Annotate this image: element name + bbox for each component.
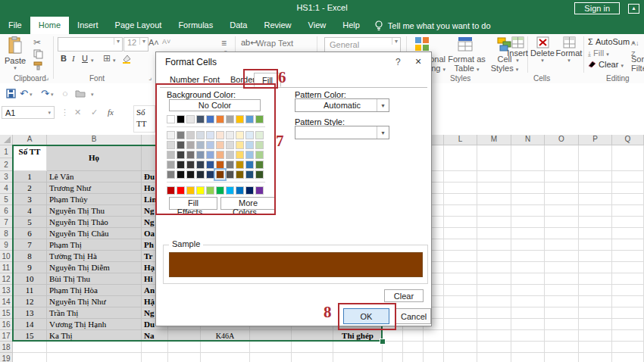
cell[interactable] <box>444 239 477 251</box>
cell[interactable] <box>250 342 292 353</box>
row-header[interactable]: 14 <box>0 296 13 307</box>
cell[interactable] <box>579 251 612 262</box>
cell-stt[interactable]: 12 <box>13 296 47 307</box>
cell[interactable] <box>579 353 612 362</box>
cell[interactable] <box>579 307 612 319</box>
cell[interactable] <box>333 342 383 353</box>
row-header[interactable]: 12 <box>0 273 13 285</box>
cell[interactable] <box>511 183 545 194</box>
cell[interactable] <box>612 228 644 239</box>
row-header[interactable]: 7 <box>0 217 13 228</box>
cell-name[interactable]: Bùi Thị Thu <box>47 273 142 285</box>
cell-name[interactable]: Phạm Thị <box>47 239 142 251</box>
font-dialog-launcher-icon[interactable]: ⌟ <box>148 73 152 81</box>
ribbon-tab-file[interactable]: File <box>0 17 30 34</box>
cell[interactable] <box>444 217 477 228</box>
cell[interactable] <box>47 342 142 353</box>
cell[interactable] <box>477 319 511 330</box>
format-painter-icon[interactable] <box>33 61 43 70</box>
cell[interactable] <box>612 251 644 262</box>
dialog-close-icon[interactable]: × <box>415 55 421 67</box>
cell[interactable] <box>444 205 477 217</box>
cell-stt[interactable]: 9 <box>13 262 47 273</box>
select-all-corner[interactable] <box>0 135 13 145</box>
ribbon-tab-home[interactable]: Home <box>30 17 69 34</box>
format-as-table-button[interactable]: Format asTable ▾ <box>445 55 488 74</box>
font-name-combo[interactable]: ▾ <box>58 37 123 51</box>
cell[interactable] <box>511 228 545 239</box>
cell[interactable] <box>444 171 477 183</box>
cell[interactable] <box>383 353 403 362</box>
cell[interactable] <box>444 342 477 353</box>
cell[interactable] <box>579 296 612 307</box>
cell[interactable] <box>545 145 579 171</box>
insert-function-icon[interactable]: fx <box>108 108 114 117</box>
cell[interactable] <box>612 330 644 342</box>
clear-button-dialog[interactable]: Clear <box>384 289 424 302</box>
cell[interactable] <box>13 342 47 353</box>
column-header[interactable]: N <box>511 135 545 145</box>
cell[interactable] <box>383 330 403 342</box>
formula-bar-content[interactable]: Số TT <box>133 105 155 133</box>
column-header[interactable]: A <box>13 135 47 145</box>
cell[interactable] <box>545 273 579 285</box>
cell[interactable] <box>612 262 644 273</box>
cell[interactable] <box>477 239 511 251</box>
row-header[interactable]: 13 <box>0 285 13 296</box>
cell-header-ho[interactable]: Họ <box>47 145 142 171</box>
column-header[interactable]: B <box>47 135 142 145</box>
tell-me-box[interactable]: Tell me what you want to do <box>368 17 497 34</box>
dialog-help-icon[interactable]: ? <box>395 57 401 67</box>
cell[interactable] <box>612 319 644 330</box>
cell[interactable] <box>545 183 579 194</box>
bold-button[interactable]: B <box>61 54 67 63</box>
cell[interactable] <box>579 330 612 342</box>
cell[interactable] <box>579 205 612 217</box>
pattern-color-combo[interactable]: Automatic ▾ <box>295 98 389 112</box>
name-box[interactable]: A1▾ <box>2 106 55 119</box>
ribbon-tab-view[interactable]: View <box>300 17 335 34</box>
row-header[interactable]: 10 <box>0 251 13 262</box>
cell-name[interactable]: Nguyễn Thị Diễm <box>47 262 142 273</box>
conditional-formatting-icon[interactable] <box>414 36 430 51</box>
cell[interactable] <box>477 145 511 171</box>
font-size-combo[interactable]: 12▾ <box>123 37 148 51</box>
cell[interactable] <box>545 239 579 251</box>
cell-name[interactable]: Nguyễn Thị Thu <box>47 205 142 217</box>
cell[interactable] <box>477 251 511 262</box>
cell[interactable] <box>545 251 579 262</box>
cell[interactable] <box>511 171 545 183</box>
ribbon-display-options-icon[interactable]: ▴ <box>628 4 639 14</box>
cell[interactable] <box>579 342 612 353</box>
column-header[interactable]: P <box>579 135 612 145</box>
cell[interactable] <box>142 342 168 353</box>
cell[interactable] <box>477 353 511 362</box>
cell-stt[interactable]: 8 <box>13 251 47 262</box>
column-header[interactable]: M <box>477 135 511 145</box>
row-header[interactable]: 4 <box>0 183 13 194</box>
cell-name[interactable]: Tường Thị Hà <box>47 251 142 262</box>
row-header[interactable]: 3 <box>0 171 13 183</box>
cell[interactable] <box>579 273 612 285</box>
borders-caret-icon[interactable]: ▾ <box>113 58 116 64</box>
cell[interactable] <box>612 217 644 228</box>
cell[interactable] <box>545 205 579 217</box>
circle-icon[interactable]: ○ <box>62 88 68 99</box>
cell-name[interactable]: Phạm Thủy <box>47 194 142 205</box>
cell[interactable] <box>444 145 477 171</box>
cell[interactable] <box>511 342 545 353</box>
cell[interactable] <box>579 171 612 183</box>
cell[interactable] <box>612 353 644 362</box>
cell[interactable] <box>612 285 644 296</box>
cell[interactable] <box>579 228 612 239</box>
grow-font-icon[interactable]: A˄ <box>148 38 159 47</box>
cell[interactable] <box>511 285 545 296</box>
cell-header-stt[interactable]: Số TT <box>13 145 47 171</box>
cell-name[interactable]: Nguyễn Thị Thảo <box>47 217 142 228</box>
cell[interactable] <box>444 319 477 330</box>
row-header[interactable]: 16 <box>0 319 13 330</box>
ribbon-tab-data[interactable]: Data <box>221 17 255 34</box>
column-header[interactable]: Q <box>612 135 644 145</box>
ribbon-tab-formulas[interactable]: Formulas <box>170 17 221 34</box>
cell[interactable] <box>545 296 579 307</box>
